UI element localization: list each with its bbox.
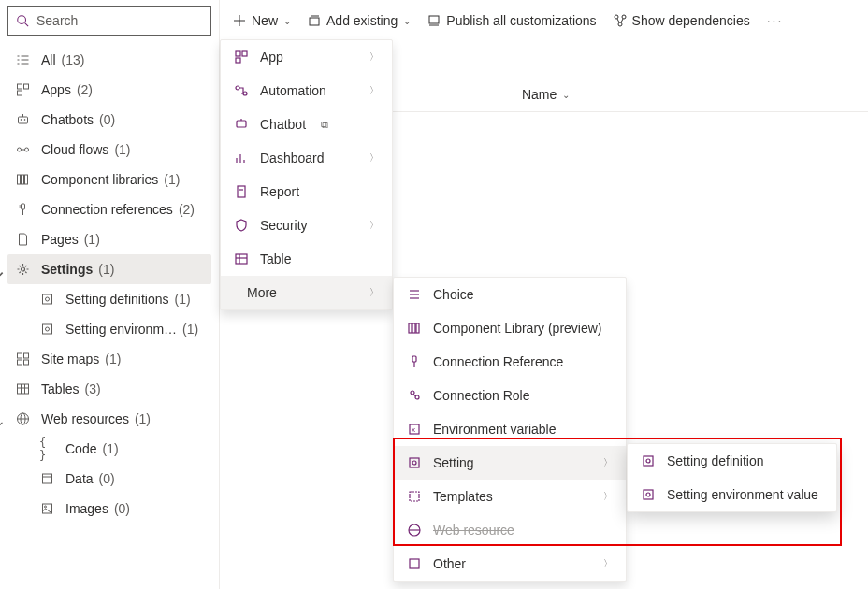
svg-rect-49 bbox=[429, 16, 439, 23]
menu-item-choice[interactable]: Choice bbox=[394, 278, 626, 311]
svg-rect-57 bbox=[242, 51, 247, 56]
chevron-right-icon: 〉 bbox=[369, 151, 379, 165]
sidebar: Search All (13)Apps (2)Chatbots (0)Cloud… bbox=[0, 0, 220, 589]
nav-count: (2) bbox=[179, 202, 195, 217]
menu-item-dashboard[interactable]: Dashboard〉 bbox=[221, 141, 392, 175]
menu-item-table[interactable]: Table bbox=[221, 242, 392, 276]
menu-item-more[interactable]: More〉 bbox=[221, 276, 392, 309]
more-icon: ··· bbox=[767, 13, 784, 28]
menu-item-environment-variable[interactable]: xEnvironment variable bbox=[394, 412, 626, 446]
overflow-button[interactable]: ··· bbox=[767, 13, 784, 28]
menu-item-app[interactable]: App〉 bbox=[221, 40, 392, 74]
nav-icon bbox=[39, 502, 54, 515]
sidebar-item-component-libraries[interactable]: Component libraries (1) bbox=[7, 165, 211, 194]
svg-rect-77 bbox=[412, 356, 416, 362]
svg-rect-32 bbox=[17, 360, 22, 365]
nav-icon bbox=[15, 203, 30, 216]
chevron-down-icon: ⌄ bbox=[403, 16, 411, 26]
menu-item-automation[interactable]: Automation〉 bbox=[221, 74, 392, 108]
svg-point-85 bbox=[412, 461, 416, 465]
sidebar-item-chatbots[interactable]: Chatbots (0) bbox=[7, 105, 211, 135]
menu-item-component-library-preview-[interactable]: Component Library (preview) bbox=[394, 311, 626, 345]
nav-label: Images bbox=[65, 501, 108, 516]
sidebar-item-setting-environm-[interactable]: Setting environm… (1) bbox=[7, 314, 211, 344]
deps-label: Show dependencies bbox=[632, 13, 750, 28]
svg-rect-76 bbox=[416, 323, 419, 333]
new-button[interactable]: New ⌄ bbox=[233, 13, 291, 28]
nav-count: (1) bbox=[164, 172, 180, 187]
sidebar-item-web-resources[interactable]: ⌄Web resources (1) bbox=[7, 404, 211, 434]
nav-count: (1) bbox=[114, 142, 130, 157]
sidebar-item-pages[interactable]: Pages (1) bbox=[7, 224, 211, 254]
svg-line-55 bbox=[621, 19, 623, 22]
sidebar-item-apps[interactable]: Apps (2) bbox=[7, 75, 211, 105]
menu-label: More bbox=[247, 285, 277, 300]
sidebar-item-tables[interactable]: ›Tables (3) bbox=[7, 374, 211, 404]
svg-text:x: x bbox=[412, 425, 415, 434]
menu-item-connection-reference[interactable]: Connection Reference bbox=[394, 345, 626, 379]
menu-icon bbox=[234, 118, 249, 131]
nav-count: (0) bbox=[99, 471, 115, 486]
nav-count: (1) bbox=[102, 441, 118, 456]
add-existing-label: Add existing bbox=[326, 13, 398, 28]
menu-label: Dashboard bbox=[260, 151, 325, 165]
svg-rect-8 bbox=[17, 84, 22, 89]
svg-rect-58 bbox=[236, 58, 240, 63]
nav-label: Web resources bbox=[41, 411, 129, 426]
sidebar-item-site-maps[interactable]: Site maps (1) bbox=[7, 344, 211, 374]
sidebar-item-cloud-flows[interactable]: Cloud flows (1) bbox=[7, 135, 211, 165]
nav-icon bbox=[15, 53, 30, 66]
menu-label: App bbox=[260, 50, 283, 65]
svg-line-1 bbox=[25, 23, 29, 27]
menu-item-security[interactable]: Security〉 bbox=[221, 208, 392, 242]
menu-item-web-resource[interactable]: Web resource bbox=[394, 513, 626, 547]
sidebar-item-settings[interactable]: ⌄Settings (1) bbox=[7, 254, 211, 284]
publish-button[interactable]: Publish all customizations bbox=[427, 13, 596, 28]
nav-count: (3) bbox=[84, 381, 100, 396]
svg-rect-90 bbox=[644, 456, 653, 466]
menu-icon bbox=[407, 355, 422, 368]
setting-submenu: Setting definitionSetting environment va… bbox=[627, 443, 837, 512]
menu-item-setting-definition[interactable]: Setting definition bbox=[628, 444, 836, 478]
sidebar-item-all[interactable]: All (13) bbox=[7, 45, 211, 75]
menu-item-templates[interactable]: Templates〉 bbox=[394, 480, 626, 513]
svg-point-91 bbox=[646, 459, 650, 463]
svg-point-14 bbox=[24, 120, 25, 121]
svg-line-81 bbox=[413, 395, 416, 396]
nav-count: (1) bbox=[182, 322, 198, 337]
menu-item-connection-role[interactable]: Connection Role bbox=[394, 379, 626, 412]
deps-icon bbox=[614, 14, 627, 27]
sidebar-item-data[interactable]: Data (0) bbox=[7, 464, 211, 494]
deps-button[interactable]: Show dependencies bbox=[614, 13, 750, 28]
menu-icon bbox=[234, 151, 249, 165]
menu-item-chatbot[interactable]: Chatbot⧉ bbox=[221, 108, 392, 141]
search-input[interactable]: Search bbox=[7, 6, 211, 36]
column-name[interactable]: Name ⌄ bbox=[522, 87, 570, 102]
nav-label: Connection references bbox=[41, 202, 173, 217]
menu-label: Automation bbox=[260, 83, 326, 98]
menu-label: Table bbox=[260, 251, 291, 266]
chevron-right-icon: 〉 bbox=[603, 490, 613, 503]
svg-rect-20 bbox=[24, 175, 27, 184]
svg-point-51 bbox=[615, 15, 618, 19]
sidebar-item-setting-definitions[interactable]: Setting definitions (1) bbox=[7, 284, 211, 314]
svg-rect-56 bbox=[236, 51, 240, 56]
menu-icon bbox=[234, 252, 249, 266]
add-existing-button[interactable]: Add existing ⌄ bbox=[308, 13, 411, 28]
menu-item-other[interactable]: Other〉 bbox=[394, 547, 626, 581]
svg-rect-31 bbox=[23, 353, 28, 358]
menu-item-setting-environment-value[interactable]: Setting environment value bbox=[628, 478, 836, 511]
sidebar-item-connection-references[interactable]: Connection references (2) bbox=[7, 194, 211, 224]
sidebar-item-code[interactable]: { }Code (1) bbox=[7, 434, 211, 464]
menu-icon bbox=[234, 50, 249, 64]
menu-item-report[interactable]: Report bbox=[221, 175, 392, 208]
menu-label: Chatbot bbox=[260, 117, 306, 132]
svg-rect-61 bbox=[237, 121, 246, 127]
sidebar-item-images[interactable]: Images (0) bbox=[7, 494, 211, 524]
svg-point-16 bbox=[24, 148, 28, 151]
nav-count: (0) bbox=[99, 112, 115, 127]
svg-point-52 bbox=[622, 15, 626, 19]
menu-item-setting[interactable]: Setting〉 bbox=[394, 446, 626, 480]
nav-icon bbox=[39, 293, 54, 306]
menu-label: Connection Role bbox=[433, 388, 530, 403]
